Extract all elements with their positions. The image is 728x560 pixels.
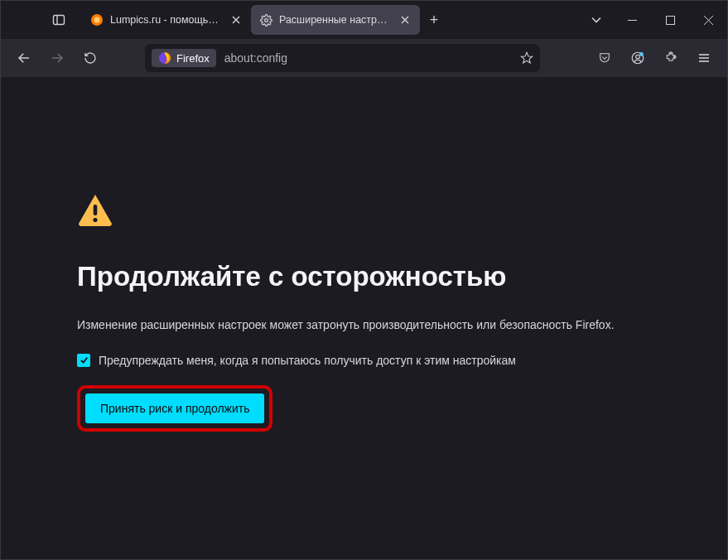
minimize-button[interactable] <box>613 1 651 39</box>
pocket-button[interactable] <box>590 45 620 71</box>
svg-point-19 <box>639 52 644 56</box>
menu-button[interactable] <box>689 45 719 71</box>
maximize-button[interactable] <box>651 1 689 39</box>
warning-body: Изменение расширенных настроек может зат… <box>77 317 677 334</box>
svg-rect-25 <box>94 205 98 215</box>
checkbox-icon[interactable] <box>77 354 90 367</box>
nav-toolbar: Firefox about:config <box>1 39 727 77</box>
warning-icon <box>77 193 112 228</box>
checkbox-label: Предупреждать меня, когда я попытаюсь по… <box>99 354 516 367</box>
bookmark-star-icon[interactable] <box>520 51 533 65</box>
url-bar[interactable]: Firefox about:config <box>145 44 540 72</box>
tab-lumpics[interactable]: Lumpics.ru - помощь с компью <box>82 5 251 35</box>
identity-label: Firefox <box>176 52 210 65</box>
tab-aboutconfig[interactable]: Расширенные настройки <box>251 5 420 35</box>
close-window-button[interactable] <box>689 1 727 39</box>
identity-box[interactable]: Firefox <box>152 49 216 67</box>
forward-button[interactable] <box>42 45 72 71</box>
svg-point-26 <box>93 218 97 222</box>
url-text: about:config <box>224 51 513 65</box>
settings-favicon-icon <box>259 13 272 27</box>
extensions-button[interactable] <box>656 45 686 71</box>
close-icon[interactable] <box>229 13 243 27</box>
firefox-logo-icon <box>158 51 171 65</box>
accept-risk-button[interactable]: Принять риск и продолжить <box>85 393 264 423</box>
accept-highlight: Принять риск и продолжить <box>77 385 272 432</box>
svg-rect-0 <box>54 16 65 25</box>
tab-label: Расширенные настройки <box>279 14 390 26</box>
svg-rect-10 <box>666 16 674 24</box>
tab-label: Lumpics.ru - помощь с компью <box>110 14 221 26</box>
warning-heading: Продолжайте с осторожностью <box>77 261 677 292</box>
warn-checkbox-row[interactable]: Предупреждать меня, когда я попытаюсь по… <box>77 354 677 367</box>
lumpics-favicon-icon <box>90 13 104 27</box>
about-config-warning: Продолжайте с осторожностью Изменение ра… <box>1 77 727 432</box>
new-tab-button[interactable]: + <box>420 5 448 35</box>
back-button[interactable] <box>9 45 39 71</box>
sidebar-toggle-icon[interactable] <box>47 8 70 31</box>
svg-point-18 <box>636 55 640 59</box>
account-button[interactable] <box>623 45 653 71</box>
close-icon[interactable] <box>398 13 412 27</box>
all-tabs-button[interactable] <box>580 17 613 23</box>
titlebar: Lumpics.ru - помощь с компью Расширенные… <box>1 1 727 39</box>
reload-button[interactable] <box>75 45 105 71</box>
svg-marker-16 <box>521 52 532 63</box>
svg-point-3 <box>94 17 100 23</box>
window-controls <box>613 1 727 39</box>
svg-point-6 <box>264 18 268 22</box>
tab-strip: Lumpics.ru - помощь с компью Расширенные… <box>82 5 448 35</box>
